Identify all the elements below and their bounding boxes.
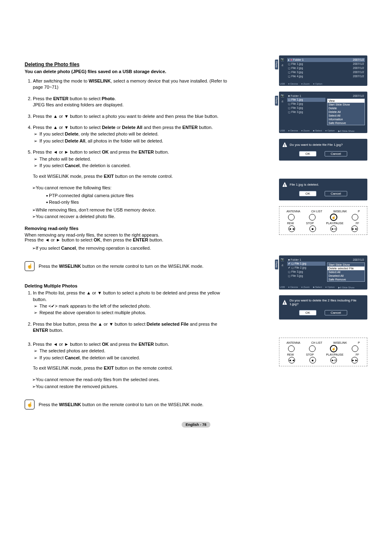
dialog-deleted: !File 1.jpg is deleted. OK Cancel [279,179,367,200]
ok-button[interactable]: OK [299,310,316,315]
step-2: Press the ENTER button to select Photo. … [33,96,230,108]
section2-title: Deleting Multiple Photos [25,283,230,288]
step-4: Press the ▲ or ▼ button to select Delete… [33,124,230,144]
ok-button[interactable]: OK [299,151,316,156]
steps-list-2: In the Photo list, press the ▲ or ▼ butt… [25,290,230,371]
cancel-button[interactable]: Cancel [325,191,347,196]
wiselink-bar-1: ☝ Press the WISELINK button on the remot… [25,261,230,271]
dialog-confirm-delete: !Do you want to delete file File 1.jpg? … [279,139,367,161]
cancel-button[interactable]: Cancel [325,151,347,156]
warning-icon: ! [282,182,287,187]
warning-icon: ! [282,300,287,305]
m-step-2: Press the blue button, press the ▲ or ▼ … [33,321,230,334]
wiselink-remote-button[interactable]: ☝ [330,214,337,221]
context-menu[interactable]: View Start Slide Show Delete Delete All … [327,99,365,125]
dialog-confirm-multi-delete: !Do you want to delete the 2 files inclu… [279,295,367,320]
wiselink-remote-button[interactable]: ☝ [330,345,337,352]
screenshot-multi-select: Photo 📷♫ ■ Folder 1 ✔ ◻ File 1.jpg ✔ ◻ F… [279,255,367,290]
ok-button[interactable]: OK [299,191,316,196]
remote-diagram-2: ANTENNA CH LIST WISELINK P ☝ REW STOP PL… [279,338,367,366]
screenshot-folder-list: Photo 📷♫ ▸ ■ Folder 12007/1/2 ◻ File 1.j… [279,55,367,86]
remote-diagram-1: ANTENNA CH LIST WISELINK P ☝ REW STOP PL… [279,206,367,235]
context-menu-multi[interactable]: Start Slide Show Delete selected File Se… [327,262,365,282]
notes-block: ➢You cannot remove the following files: … [25,184,230,220]
step-3: Press the ▲ or ▼ button to select a phot… [33,113,230,120]
step-1: After switching the mode to WISELINK, se… [33,78,230,91]
cancel-button[interactable]: Cancel [325,310,347,315]
wiselink-icon: ☝ [25,261,35,271]
readonly-title: Removing read-only files [25,226,230,231]
m-step-1: In the Photo list, press the ▲ or ▼ butt… [33,290,230,316]
wiselink-icon: ☝ [25,400,35,409]
warning-icon: ! [282,142,287,147]
page-number: English - 78 [182,422,211,428]
steps-list: After switching the mode to WISELINK, se… [25,78,230,179]
section-title-deleting: Deleting the Photo files [25,62,230,67]
step-5: Press the ◄ or ► button to select OK and… [33,149,230,179]
intro-text: You can delete photo (JPEG) files saved … [25,69,230,74]
m-step-3: Press the ◄ or ► button to select OK and… [33,341,230,372]
screenshot-context-menu: Photo 📷♫ ■ Folder 1 ◻ File 1.jpg ◻ File … [279,92,367,133]
wiselink-bar-2: ☝ Press the WISELINK button on the remot… [25,400,230,409]
